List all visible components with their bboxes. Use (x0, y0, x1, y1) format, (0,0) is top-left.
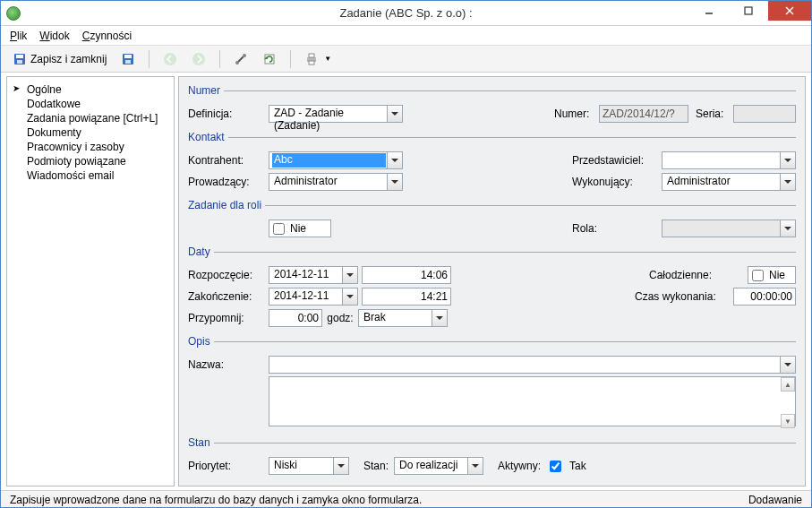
nav-item-wiadomosci[interactable]: Wiadomości email (11, 168, 170, 183)
zadanie-roli-check-input[interactable] (273, 223, 285, 235)
label-zakonczenie: Zakończenie: (188, 290, 269, 303)
save-button[interactable] (116, 49, 140, 69)
chevron-down-icon[interactable] (780, 152, 795, 168)
przypomnij-field[interactable] (269, 309, 322, 327)
chevron-down-icon[interactable] (342, 288, 357, 305)
aktywny-check-label: Tak (569, 460, 586, 472)
maximize-button[interactable] (729, 1, 768, 21)
numer-field (599, 105, 688, 123)
wykonujacy-value: Administrator (665, 175, 779, 189)
chevron-down-icon[interactable] (780, 357, 795, 373)
przypomnij-combo[interactable]: Brak (358, 309, 448, 327)
group-opis-legend: Opis (188, 335, 214, 348)
aktywny-checkbox[interactable]: Tak (546, 458, 586, 475)
chevron-down-icon[interactable] (342, 267, 357, 283)
kontrahent-value: Abc (272, 153, 386, 168)
rola-combo (662, 220, 796, 237)
nav-item-dokumenty[interactable]: Dokumenty (11, 125, 170, 140)
close-button[interactable] (768, 1, 811, 21)
opis-textarea[interactable] (269, 376, 796, 426)
svg-rect-6 (17, 60, 22, 64)
calodzienne-checkbox[interactable]: Nie (748, 266, 796, 284)
scroll-up-icon[interactable]: ▲ (781, 377, 795, 392)
spacer-label (188, 376, 269, 429)
svg-point-10 (164, 53, 176, 65)
stan-combo[interactable]: Do realizacji (394, 457, 483, 475)
group-daty: Daty Rozpoczęcie: 2014-12-11 Całodzienne… (188, 245, 796, 331)
label-stan: Stan: (349, 460, 394, 472)
menu-plik[interactable]: Plik (10, 30, 27, 42)
wykonujacy-combo[interactable]: Administrator (662, 173, 796, 191)
calodzienne-check-label: Nie (769, 269, 785, 281)
label-aktywny: Aktywny: (483, 460, 546, 472)
rozpoczecie-date[interactable]: 2014-12-11 (269, 266, 358, 284)
textarea-scrollbar[interactable]: ▲ ▼ (781, 377, 795, 428)
czas-wykonania-field[interactable] (733, 288, 796, 306)
definicja-value: ZAD - Zadanie (Zadanie) (272, 107, 386, 121)
priorytet-combo[interactable]: Niski (269, 457, 349, 475)
toolbar-separator (290, 50, 291, 68)
nav-item-pracownicy[interactable]: Pracownicy i zasoby (11, 140, 170, 154)
nav-item-ogolne[interactable]: Ogólne (11, 82, 170, 97)
group-stan-legend: Stan (188, 436, 214, 449)
nav-item-zadania-powiazane[interactable]: Zadania powiązane [Ctrl+L] (11, 111, 170, 125)
label-czas-wykonania: Czas wykonania: (635, 290, 733, 303)
status-bar: Zapisuje wprowadzone dane na formularzu … (1, 490, 811, 508)
chevron-down-icon[interactable] (432, 310, 447, 326)
tools-button[interactable] (229, 49, 252, 69)
rozpoczecie-time[interactable] (362, 266, 451, 284)
save-close-label: Zapisz i zamknij (30, 53, 107, 65)
svg-rect-9 (125, 60, 131, 64)
calodzienne-check-input[interactable] (752, 270, 764, 281)
zadanie-roli-checkbox[interactable]: Nie (269, 220, 331, 237)
label-numer: Numer: (554, 108, 599, 120)
print-button[interactable]: ▼ (300, 49, 336, 69)
chevron-down-icon[interactable] (387, 106, 402, 122)
navigation-panel: Ogólne Dodatkowe Zadania powiązane [Ctrl… (6, 76, 175, 486)
svg-rect-5 (16, 55, 23, 58)
prowadzacy-combo[interactable]: Administrator (269, 173, 403, 191)
tools-icon (234, 52, 248, 66)
zakonczenie-date-value: 2014-12-11 (272, 289, 341, 304)
zakonczenie-time[interactable] (362, 288, 451, 306)
nazwa-value (272, 357, 779, 372)
kontrahent-combo[interactable]: Abc (269, 151, 403, 169)
svg-rect-1 (745, 7, 752, 14)
nav-item-podmioty[interactable]: Podmioty powiązane (11, 154, 170, 168)
definicja-combo[interactable]: ZAD - Zadanie (Zadanie) (269, 105, 403, 123)
label-godz: godz: (322, 312, 358, 324)
chevron-down-icon[interactable] (387, 174, 402, 190)
save-close-button[interactable]: Zapisz i zamknij (8, 49, 111, 69)
nav-forward-button[interactable] (187, 49, 210, 69)
chevron-down-icon[interactable] (333, 458, 348, 474)
minimize-button[interactable] (689, 1, 729, 21)
label-nazwa: Nazwa: (188, 358, 269, 371)
menu-widok[interactable]: Widok (39, 30, 69, 42)
aktywny-check-input[interactable] (550, 461, 561, 472)
chevron-down-icon[interactable] (387, 152, 402, 168)
chevron-down-icon[interactable] (780, 174, 795, 190)
scroll-down-icon[interactable]: ▼ (781, 414, 795, 428)
nazwa-combo[interactable] (269, 356, 796, 374)
label-seria: Seria: (696, 108, 733, 120)
zakonczenie-date[interactable]: 2014-12-11 (269, 288, 358, 306)
group-daty-legend: Daty (188, 245, 214, 258)
svg-point-12 (235, 61, 239, 65)
group-kontakt-legend: Kontakt (188, 131, 228, 143)
group-kontakt: Kontakt Kontrahent: Abc Przedstawiciel: … (188, 131, 796, 195)
przedstawiciel-combo[interactable] (662, 151, 796, 169)
label-rola: Rola: (572, 222, 662, 235)
svg-rect-16 (309, 54, 314, 57)
group-numer-legend: Numer (188, 84, 224, 97)
menu-czynnosci[interactable]: Czynności (82, 30, 132, 42)
nav-item-dodatkowe[interactable]: Dodatkowe (11, 97, 170, 111)
refresh-button[interactable] (258, 49, 281, 69)
svg-rect-8 (124, 55, 132, 58)
nav-back-button[interactable] (158, 49, 182, 69)
przedstawiciel-value (665, 153, 779, 168)
chevron-down-icon[interactable] (467, 458, 483, 474)
svg-point-11 (192, 53, 205, 65)
label-kontrahent: Kontrahent: (188, 154, 269, 167)
label-wykonujacy: Wykonujący: (572, 176, 662, 188)
toolbar: Zapisz i zamknij ▼ (1, 46, 811, 73)
